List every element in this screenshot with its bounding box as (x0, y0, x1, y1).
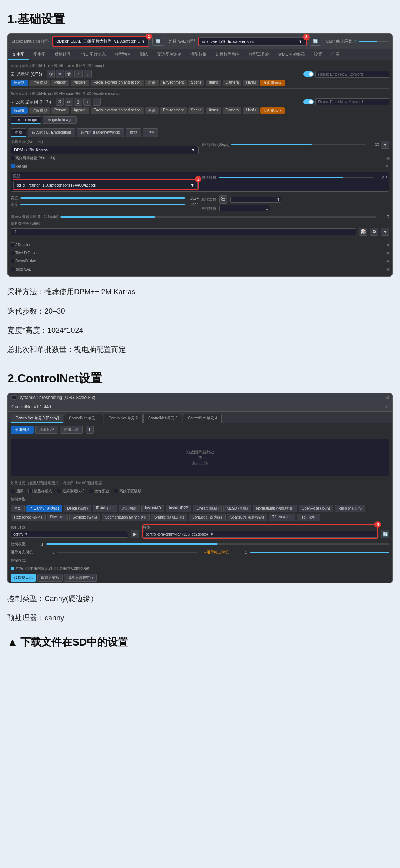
resize-btn-1[interactable]: 仅调整大小 (11, 574, 36, 582)
cn-tab-4[interactable]: ControlNet 单元 4 (183, 414, 222, 423)
cn-subtab-single[interactable]: 单张图片 (11, 426, 34, 434)
mode-controlnet-radio[interactable] (54, 567, 58, 570)
tab-txt2img[interactable]: Text to Image (11, 116, 41, 124)
demofusion-collapse[interactable]: ◀ (386, 258, 389, 264)
tag-person[interactable]: Person (51, 80, 69, 86)
cn-upload-area[interactable]: 拖放图片至此处 或 点击上传 (11, 439, 389, 476)
tag-ext-model[interactable]: 扩展模型 (29, 80, 50, 86)
ctype-lineart[interactable]: Lineart (线稿) (193, 505, 222, 512)
tab-hypernetwork[interactable]: 超网络 (Hypernetworks) (77, 128, 124, 137)
neg-tag-apparel[interactable]: Apparel (71, 107, 89, 114)
refiner-row[interactable]: Refiner ▼ (11, 162, 389, 170)
ctype-depth[interactable]: Depth (深度) (64, 505, 91, 512)
nav-item-convert[interactable]: 模型转换 (186, 49, 211, 60)
nav-item-settings[interactable]: 设置 (310, 49, 327, 60)
sampler-select[interactable]: DPM++ 2M Karras ▼ (11, 146, 199, 154)
cn-tab-2[interactable]: ControlNet 单元 2 (104, 414, 143, 423)
model-refresh-btn[interactable]: 🔄 (152, 37, 164, 46)
nav-item-txt2img[interactable]: 文生图 (8, 49, 29, 60)
ctype-normalmap[interactable]: NormalMap (法线贴图) (253, 505, 297, 512)
nav-item-train[interactable]: 训练 (136, 49, 153, 60)
prompt-tool-3[interactable]: 🗑 (65, 70, 73, 78)
ctype-sparsectrl[interactable]: SparsCtrl (稀疏控制) (227, 514, 267, 521)
prompt-tool-2[interactable]: ✏ (56, 70, 64, 78)
dynamic-checkbox[interactable] (11, 395, 16, 400)
tag-facial[interactable]: Facial expression and action (91, 80, 144, 86)
guidance-end-slider[interactable] (250, 552, 389, 553)
nav-item-postprocess[interactable]: 后期处理 (50, 49, 75, 60)
demofusion-row[interactable]: DemoFusion ◀ (11, 257, 389, 265)
refiner-model-select[interactable]: sd_xl_refiner_1.0.safetensors [7440042bb… (13, 181, 198, 189)
ctype-seg[interactable]: Segmentation (语义分割) (102, 514, 150, 521)
tab-lora[interactable]: Lora (143, 128, 158, 137)
ctype-canny[interactable]: ✓ Canny (硬边缘) (26, 505, 62, 512)
neg-tag-person[interactable]: Person (51, 107, 69, 114)
nav-item-supermerge[interactable]: 超级模型融合 (211, 49, 244, 60)
width-slider[interactable] (20, 197, 185, 199)
tag-scene[interactable]: Scene (188, 80, 204, 86)
ctype-shuffle[interactable]: Shuffle (随机元素) (151, 514, 187, 521)
neg-tag-env[interactable]: Environment (160, 107, 187, 114)
tab-model[interactable]: 模型 (126, 128, 141, 137)
neg-tool-2[interactable]: ✏ (65, 98, 73, 106)
tiled-vae-row[interactable]: Tiled VAE ◀ (11, 265, 389, 273)
ctype-openpose[interactable]: OpenPose (姿态) (299, 505, 334, 512)
tiled-vae-checkbox[interactable] (11, 267, 15, 271)
cn-upload-icon[interactable]: ⬆ (86, 426, 94, 434)
ctype-tile[interactable]: Tile (分块) (297, 514, 320, 521)
prompt-switch[interactable] (303, 71, 314, 77)
ctype-all[interactable]: 全部 (11, 505, 25, 512)
opt-pixel-cb[interactable] (57, 489, 61, 493)
neg-tag-hanfu[interactable]: Hanfu (243, 107, 259, 114)
hires-collapse[interactable]: ◀ (386, 155, 389, 161)
tab-embedding[interactable]: 嵌入式 (T.I. Embedding) (28, 128, 75, 137)
mode-controlnet[interactable]: 更偏向 ControlNet (54, 566, 89, 571)
refiner-checkbox[interactable] (11, 164, 15, 168)
cn-subtab-batch[interactable]: 批量处理 (35, 426, 58, 434)
neg-tag-favorites[interactable]: 收藏夹 (11, 107, 28, 114)
neg-tool-4[interactable]: ↑ (83, 98, 91, 106)
ctype-reference[interactable]: Reference (参考) (11, 514, 46, 521)
tab-img2img[interactable]: Image to Image (43, 116, 76, 124)
model-select[interactable]: BDicon SDXL_三维图标大模型_v1.0.safeten... ▼ (53, 37, 149, 46)
mode-prompt[interactable]: 更偏向提示词 (25, 566, 52, 571)
adetailer-collapse[interactable]: ◀ (386, 242, 389, 247)
cn-tab-3[interactable]: ControlNet 单元 3 (143, 414, 182, 423)
tiled-diffusion-row[interactable]: Tiled Diffusion ◀ (11, 249, 389, 257)
neg-tag-camera[interactable]: Camera (223, 107, 242, 114)
batch-size-input[interactable] (219, 205, 270, 211)
resize-btn-3[interactable]: 缩放后填充空白 (64, 574, 97, 582)
model-select-cn[interactable]: control-lora-canny-rank256 [ec2dbbe4] ▼ (143, 531, 377, 538)
ctype-scribble[interactable]: Scribble (涂鸦) (69, 514, 100, 521)
neg-tag-items[interactable]: Items (206, 107, 221, 114)
ctype-revision[interactable]: Revision (47, 514, 68, 521)
ctype-instantid[interactable]: Instant-ID (141, 505, 164, 512)
nav-item-tools[interactable]: 模型工具箱 (244, 49, 274, 60)
adetailer-row[interactable]: ADetailer ◀ (11, 241, 389, 249)
neg-tag-negative[interactable]: 反向提示词 (260, 107, 285, 114)
steps-plus[interactable]: + (381, 141, 389, 149)
mode-balanced-radio[interactable] (11, 567, 14, 570)
tag-negative[interactable]: 反向提示词 (260, 80, 285, 86)
prompt-tool-1[interactable]: ⚙ (47, 70, 55, 78)
preproc-run-btn[interactable]: ▶ (131, 530, 139, 538)
opt-lowvram-cb[interactable] (28, 489, 33, 493)
total-batches-input[interactable] (230, 197, 281, 203)
dynamic-collapse[interactable]: ◀ (385, 395, 389, 400)
seed-dice[interactable]: 🎲 (359, 228, 367, 236)
neg-tool-3[interactable]: 🗑 (74, 98, 82, 106)
seed-input[interactable] (11, 228, 356, 235)
cn-collapse[interactable]: ▼ (384, 404, 389, 409)
height-slider[interactable] (20, 204, 185, 205)
neg-tool-5[interactable]: ↓ (93, 98, 101, 106)
tag-favorites[interactable]: 收藏夹 (11, 80, 28, 86)
model-refresh-cn-btn[interactable]: 🔄 (381, 530, 389, 538)
tag-camera[interactable]: Camera (223, 80, 242, 86)
tag-environment[interactable]: Environment (160, 80, 187, 86)
mode-balanced[interactable]: 均衡 (11, 566, 23, 571)
ctype-mlsd[interactable]: MLSD (直线) (223, 505, 251, 512)
link-btn[interactable]: ⛓ (219, 195, 227, 204)
ctype-ip[interactable]: IP-Adapter (93, 505, 117, 512)
tag-apparel[interactable]: Apparel (71, 80, 89, 86)
ctype-softedge[interactable]: SoftEdge (软边缘) (189, 514, 226, 521)
